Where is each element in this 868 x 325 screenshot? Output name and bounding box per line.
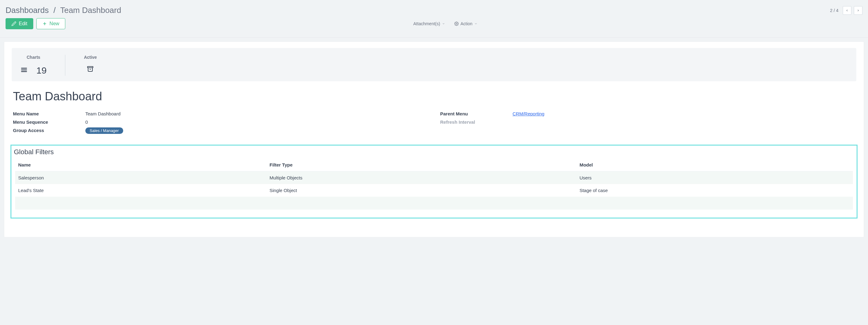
new-button-label: New (50, 21, 59, 27)
chevron-right-icon (857, 9, 860, 12)
breadcrumb-root[interactable]: Dashboards (5, 5, 49, 15)
chevron-down-icon (474, 22, 477, 25)
bars-icon (20, 66, 28, 75)
gf-row-name: Lead's State (15, 184, 267, 197)
action-dropdown[interactable]: Action (454, 21, 477, 26)
page-title: Team Dashboard (13, 90, 855, 103)
pager-next-button[interactable] (854, 6, 863, 15)
stat-active-label: Active (84, 55, 97, 60)
stat-bar: Charts 19 Active (12, 48, 856, 81)
parent-menu-label: Parent Menu (440, 111, 513, 116)
pager-total: 4 (836, 8, 838, 13)
menu-name-label: Menu Name (13, 111, 85, 116)
table-row[interactable]: Salesperson Multiple Objects Users (15, 171, 853, 184)
plus-icon (42, 21, 47, 26)
stat-charts-count: 19 (36, 65, 46, 76)
gf-row-type: Single Object (267, 184, 576, 197)
global-filters-table: Name Filter Type Model Salesperson Multi… (15, 159, 853, 209)
action-label: Action (461, 21, 472, 26)
chevron-down-icon (442, 22, 445, 25)
pager-index: 2 (830, 8, 833, 13)
gf-row-name: Salesperson (15, 171, 267, 184)
edit-button-label: Edit (19, 21, 27, 27)
gf-row-model: Users (576, 171, 853, 184)
gf-col-filter-type[interactable]: Filter Type (267, 159, 576, 171)
gf-col-name[interactable]: Name (15, 159, 267, 171)
details-grid: Menu Name Team Dashboard Menu Sequence 0… (13, 111, 855, 136)
menu-sequence-value: 0 (85, 120, 88, 125)
gf-row-type: Multiple Objects (267, 171, 576, 184)
stat-charts-label: Charts (27, 55, 40, 60)
global-filters-title: Global Filters (14, 148, 855, 156)
svg-rect-6 (88, 66, 93, 68)
menu-name-value: Team Dashboard (85, 111, 120, 116)
breadcrumb-separator: / (53, 5, 56, 15)
edit-button[interactable]: Edit (5, 18, 33, 29)
chevron-left-icon (845, 9, 848, 12)
pager-count: 2 / 4 (830, 8, 838, 13)
gear-icon (454, 22, 459, 26)
table-row-empty[interactable] (15, 197, 853, 209)
pencil-icon (11, 21, 16, 26)
menu-sequence-label: Menu Sequence (13, 120, 85, 125)
refresh-interval-label: Refresh Interval (440, 120, 513, 125)
stat-divider (65, 55, 65, 76)
breadcrumb: Dashboards / Team Dashboard (5, 5, 121, 15)
gf-row-model: Stage of case (576, 184, 853, 197)
pager-prev-button[interactable] (843, 6, 851, 15)
main-card: Charts 19 Active Team Dashboard Menu Nam… (4, 42, 864, 237)
group-access-label: Group Access (13, 128, 85, 133)
stat-charts[interactable]: Charts 19 (20, 55, 46, 76)
table-row[interactable]: Lead's State Single Object Stage of case (15, 184, 853, 197)
attachments-dropdown[interactable]: Attachment(s) (413, 21, 445, 26)
archive-icon (87, 65, 94, 75)
group-access-tag[interactable]: Sales / Manager (85, 127, 123, 134)
pager: 2 / 4 (830, 6, 863, 15)
gf-col-model[interactable]: Model (576, 159, 853, 171)
parent-menu-link[interactable]: CRM/Reporting (513, 111, 544, 116)
breadcrumb-current: Team Dashboard (60, 5, 121, 15)
stat-active[interactable]: Active (84, 55, 97, 76)
attachments-label: Attachment(s) (413, 21, 440, 26)
svg-point-2 (456, 23, 457, 24)
global-filters-section: Global Filters Name Filter Type Model Sa… (10, 144, 858, 219)
new-button[interactable]: New (36, 18, 65, 29)
